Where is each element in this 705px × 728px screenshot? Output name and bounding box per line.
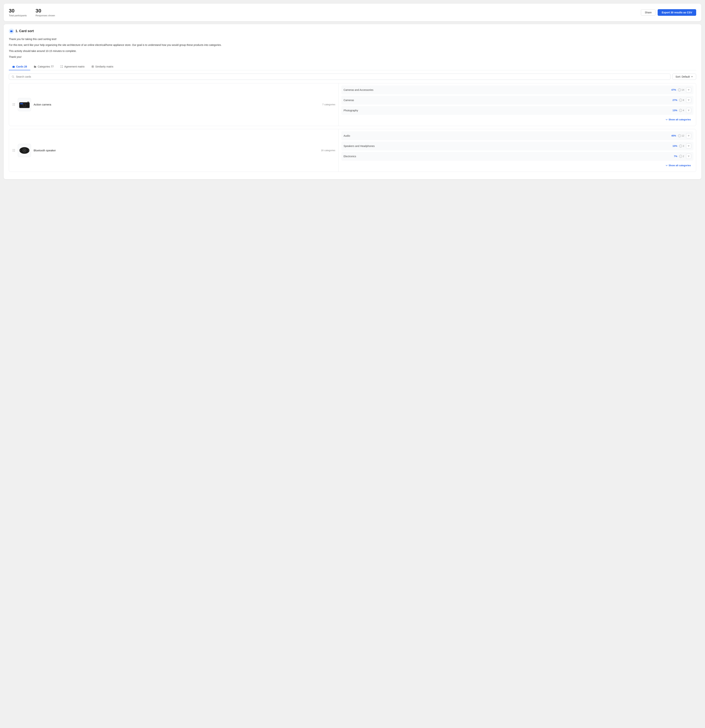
user-icon: ○ (678, 88, 681, 91)
main-card: 1. Card sort Thank you for taking this c… (4, 24, 701, 179)
user-icon: ○ (678, 134, 681, 137)
category-row: Speakers and Headphones 10% ○ 3 (341, 142, 693, 150)
total-participants-stat: 30 Total participants (9, 8, 27, 17)
svg-rect-1 (11, 30, 12, 30)
card-right: Audio 40% ○ 12 Speakers and Headphones 1… (339, 129, 696, 172)
category-users: ○ 2 (679, 155, 684, 158)
tab-agreement[interactable]: Agreement matrix (57, 63, 88, 70)
svg-rect-17 (28, 102, 29, 103)
svg-point-9 (92, 66, 93, 67)
user-icon: ○ (679, 155, 682, 158)
svg-point-22 (24, 150, 25, 151)
share-button[interactable]: Share (641, 9, 656, 16)
section-title: 1. Card sort (9, 29, 696, 34)
card-items-container: ☷ Action camera 7 categories Cameras and… (9, 83, 696, 172)
svg-rect-2 (13, 66, 15, 68)
user-icon: ○ (679, 109, 682, 112)
category-row: Electronics 7% ○ 2 (341, 152, 693, 161)
card-name: Bluetooth speaker (33, 149, 318, 152)
card-category-count: 7 categories (322, 103, 335, 106)
category-filter-button[interactable] (686, 87, 691, 92)
chevron-down-small-icon (666, 118, 668, 121)
svg-point-5 (62, 65, 63, 66)
total-participants-number: 30 (9, 8, 27, 14)
svg-line-11 (13, 77, 14, 78)
description-1: Thank you for taking this card sorting t… (9, 37, 696, 41)
category-filter-button[interactable] (686, 154, 691, 159)
filter-icon (688, 155, 690, 157)
category-row: Cameras 27% ○ 8 (341, 96, 693, 105)
sort-button[interactable]: Sort: Default (672, 74, 696, 80)
description-4: Thank you! (9, 55, 696, 59)
category-percent: 27% (671, 99, 677, 101)
card-category-count: 16 categories (321, 149, 335, 152)
description-2: For this test, we'd like your help organ… (9, 43, 696, 47)
tab-cards[interactable]: Cards 28 (9, 63, 30, 70)
show-all-row: Show all categories (341, 116, 693, 124)
category-filter-button[interactable] (686, 143, 691, 149)
stats-actions: Share Export 30 results as CSV (641, 9, 696, 16)
category-row: Photography 13% ○ 4 (341, 106, 693, 115)
category-name: Cameras and Accessories (343, 88, 667, 91)
show-all-categories-button[interactable]: Show all categories (666, 164, 691, 167)
category-name: Photography (343, 109, 669, 112)
stats-bar: 30 Total participants 30 Responses shown… (4, 4, 701, 21)
svg-point-4 (61, 65, 61, 66)
svg-rect-18 (20, 103, 23, 104)
circle-dot-tab-icon (91, 65, 94, 68)
card-right: Cameras and Accessories 47% ○ 14 Cameras… (339, 83, 696, 126)
grid-tab-icon (60, 65, 63, 68)
tab-similarity[interactable]: Similarity matrix (88, 63, 117, 70)
show-all-row: Show all categories (341, 162, 693, 169)
responses-shown-number: 30 (36, 8, 55, 14)
category-name: Electronics (343, 155, 669, 158)
filter-icon (688, 110, 690, 111)
category-percent: 10% (671, 144, 677, 147)
card-item-section: ☷ Action camera 7 categories Cameras and… (9, 83, 696, 126)
svg-point-7 (62, 67, 63, 68)
search-wrap[interactable] (9, 74, 670, 80)
user-icon: ○ (679, 99, 682, 102)
filter-icon (688, 145, 690, 147)
responses-shown-stat: 30 Responses shown (36, 8, 55, 17)
card-sort-icon (9, 29, 14, 34)
category-users: ○ 8 (679, 99, 684, 102)
filter-icon (688, 99, 690, 101)
search-icon (12, 75, 14, 78)
svg-rect-0 (10, 30, 13, 32)
category-name: Audio (343, 134, 667, 137)
drag-icon: ☷ (12, 149, 15, 152)
search-sort-bar: Sort: Default (9, 74, 696, 80)
category-name: Speakers and Headphones (343, 144, 669, 147)
category-filter-button[interactable] (686, 108, 691, 113)
description-3: This activity should take around 10-15 m… (9, 49, 696, 53)
user-icon: ○ (679, 144, 682, 147)
card-item-row: ☷ Action camera 7 categories Cameras and… (9, 83, 696, 126)
search-input[interactable] (16, 75, 668, 78)
drag-icon: ☷ (12, 103, 15, 107)
card-item-section: ☷ Bluetooth speaker 16 categories Audio … (9, 129, 696, 172)
folder-tab-icon (33, 65, 36, 68)
category-filter-button[interactable] (686, 133, 691, 138)
category-filter-button[interactable] (686, 98, 691, 103)
tab-categories[interactable]: Categories 77 (30, 63, 57, 70)
category-row: Audio 40% ○ 12 (341, 131, 693, 140)
card-item-row: ☷ Bluetooth speaker 16 categories Audio … (9, 129, 696, 172)
svg-point-16 (24, 105, 25, 106)
card-image-wrap (18, 98, 31, 111)
export-button[interactable]: Export 30 results as CSV (658, 9, 696, 16)
show-all-categories-button[interactable]: Show all categories (666, 118, 691, 121)
card-image-wrap (18, 144, 31, 157)
category-name: Cameras (343, 99, 669, 102)
tabs-bar: Cards 28 Categories 77 Agreement matrix … (9, 63, 696, 70)
category-percent: 7% (671, 155, 677, 157)
category-users: ○ 14 (678, 88, 684, 91)
category-row: Cameras and Accessories 47% ○ 14 (341, 85, 693, 94)
card-left: ☷ Action camera 7 categories (9, 83, 339, 126)
card-name: Action camera (33, 103, 320, 106)
filter-icon (688, 89, 690, 91)
card-left: ☷ Bluetooth speaker 16 categories (9, 129, 339, 172)
svg-point-6 (61, 67, 61, 68)
category-users: ○ 4 (679, 109, 684, 112)
responses-shown-label: Responses shown (36, 14, 55, 17)
